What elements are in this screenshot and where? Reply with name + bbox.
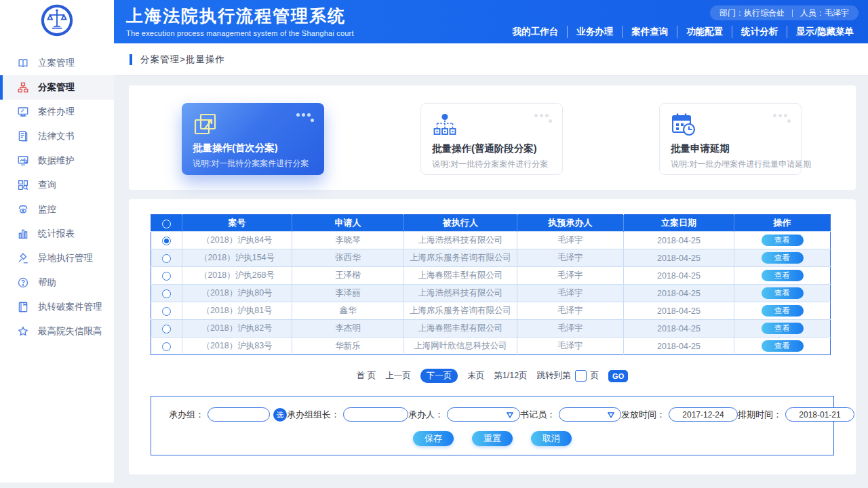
sidebar-item-label: 帮助 xyxy=(38,277,56,289)
sidebar-item-query[interactable]: 查询 xyxy=(0,173,114,197)
sidebar-item-label: 异地执行管理 xyxy=(38,252,93,264)
row-radio[interactable] xyxy=(162,272,171,281)
cell-respondent: 上海席乐服务咨询有限公司 xyxy=(404,249,517,267)
schedule-date-input[interactable] xyxy=(785,407,854,422)
handler-select[interactable] xyxy=(447,407,520,422)
sidebar-item-statistics-report[interactable]: 统计报表 xyxy=(0,222,114,246)
sidebar-item-remote-execution[interactable]: 异地执行管理 xyxy=(0,246,114,270)
select-all-radio[interactable] xyxy=(162,220,171,228)
cell-handler: 毛泽宇 xyxy=(517,249,624,267)
view-button[interactable]: 查看 xyxy=(762,270,804,281)
clerk-select[interactable] xyxy=(559,407,621,422)
handling-group-input[interactable] xyxy=(208,407,270,422)
group-leader-input[interactable] xyxy=(343,407,408,422)
department-label: 部门：执行综合处 xyxy=(719,7,785,19)
cell-handler: 毛泽宇 xyxy=(517,232,624,249)
card-batch-stage-assignment[interactable]: 批量操作(普通阶段分案) 说明:对一批待分案案件进行分案 xyxy=(420,103,563,175)
operation-cards-panel: 批量操作(首次分案) 说明:对一批待分案案件进行分案 xyxy=(129,85,856,190)
first-page-link[interactable]: 首 页 xyxy=(357,370,376,382)
sitemap-icon xyxy=(17,81,29,94)
card-menu-dots[interactable] xyxy=(296,113,315,123)
view-button[interactable]: 查看 xyxy=(762,235,804,246)
nav-item-config[interactable]: 功能配置 xyxy=(677,26,732,38)
app-root: 上海法院执行流程管理系统 The execution process manag… xyxy=(0,0,868,488)
view-button[interactable]: 查看 xyxy=(762,287,804,299)
nav-item-statistics[interactable]: 统计分析 xyxy=(732,26,787,38)
next-page-button[interactable]: 下一页 xyxy=(420,369,458,383)
sidebar-item-data-maintenance[interactable]: 数据维护 xyxy=(0,148,114,173)
view-button[interactable]: 查看 xyxy=(762,323,804,334)
sidebar-item-label: 立案管理 xyxy=(38,57,75,69)
sidebar-item-bankruptcy-transfer[interactable]: 执转破案件管理 xyxy=(0,295,114,319)
row-radio[interactable] xyxy=(162,289,171,298)
prev-page-link[interactable]: 上一页 xyxy=(385,370,411,382)
sidebar-item-supreme-court-dishonest[interactable]: 最高院失信限高 xyxy=(0,319,114,344)
reset-button[interactable]: 重置 xyxy=(472,431,513,446)
table-row: （2018）沪执80号 李泽丽 上海浩然科技有限公司 毛泽宇 2018-04-2… xyxy=(151,285,831,302)
cell-respondent: 上海席乐服务咨询有限公司 xyxy=(404,302,517,320)
card-menu-dots[interactable] xyxy=(773,113,791,123)
cell-handler: 毛泽宇 xyxy=(517,285,624,302)
select-all-column-header[interactable] xyxy=(151,215,182,232)
save-button[interactable]: 保存 xyxy=(413,431,454,446)
top-navigation: 我的工作台 业务办理 案件查询 功能配置 统计分析 显示/隐藏菜单 xyxy=(504,26,863,38)
cell-filing-date: 2018-04-25 xyxy=(624,267,734,285)
cancel-button[interactable]: 取消 xyxy=(531,431,572,446)
cell-case-no: （2018）沪执83号 xyxy=(182,338,292,355)
sidebar-item-monitoring[interactable]: 监控 xyxy=(0,197,114,222)
sidebar-item-label: 执转破案件管理 xyxy=(38,301,102,313)
jump-prefix-label: 跳转到第 xyxy=(537,370,571,382)
view-button[interactable]: 查看 xyxy=(762,252,804,264)
sidebar-item-case-assignment[interactable]: 分案管理 xyxy=(0,75,114,100)
sidebar-item-legal-documents[interactable]: 法律文书 xyxy=(0,124,114,148)
row-radio[interactable] xyxy=(162,307,171,316)
sidebar-item-help[interactable]: 帮助 xyxy=(0,270,114,295)
case-list-panel: 案号 申请人 被执行人 执预承办人 立案日期 操作 （2018）沪执84号 李晓… xyxy=(129,199,856,474)
row-radio[interactable] xyxy=(162,325,171,333)
cell-applicant: 李泽丽 xyxy=(292,285,404,302)
assign-form: 承办组： 选 承办组组长： 承办人： xyxy=(151,396,834,455)
cell-applicant: 张西华 xyxy=(292,249,404,267)
view-button[interactable]: 查看 xyxy=(762,305,804,317)
active-indicator xyxy=(0,75,3,100)
row-radio[interactable] xyxy=(162,237,171,245)
cell-respondent: 上海春熙丰型有限公司 xyxy=(404,320,517,338)
row-radio[interactable] xyxy=(162,254,171,263)
court-emblem-icon xyxy=(39,3,75,41)
nav-item-case-search[interactable]: 案件查询 xyxy=(623,26,677,38)
cell-handler: 毛泽宇 xyxy=(517,320,624,338)
field-handling-group: 承办组： 选 xyxy=(169,407,287,422)
card-title: 批量操作(首次分案) xyxy=(193,142,278,155)
page-jump-input[interactable] xyxy=(575,370,587,382)
sidebar-item-label: 统计报表 xyxy=(38,228,75,240)
column-header-respondent: 被执行人 xyxy=(404,215,517,232)
card-menu-dots[interactable] xyxy=(534,113,553,123)
form-fields-row: 承办组： 选 承办组组长： 承办人： xyxy=(151,407,833,422)
data-chart-icon xyxy=(17,155,29,167)
cell-applicant: 李杰明 xyxy=(292,320,404,338)
card-batch-first-assignment[interactable]: 批量操作(首次分案) 说明:对一批待分案案件进行分案 xyxy=(182,103,324,175)
cell-filing-date: 2018-04-25 xyxy=(624,320,734,338)
view-button[interactable]: 查看 xyxy=(762,340,804,352)
handler-label: 承办人： xyxy=(408,409,443,421)
sidebar-item-label: 查询 xyxy=(38,179,56,191)
sidebar-item-case-filing[interactable]: 立案管理 xyxy=(0,51,114,75)
pick-group-button[interactable]: 选 xyxy=(273,408,287,422)
sidebar-item-label: 案件办理 xyxy=(38,106,75,118)
last-page-link[interactable]: 末页 xyxy=(467,370,484,382)
nav-item-toggle-menu[interactable]: 显示/隐藏菜单 xyxy=(787,26,863,38)
cell-applicant: 李晓琴 xyxy=(292,232,404,249)
app-subtitle: The execution process management system … xyxy=(126,29,354,37)
cell-filing-date: 2018-04-25 xyxy=(624,302,734,320)
cell-applicant: 华新乐 xyxy=(292,338,404,355)
card-batch-delay-request[interactable]: 批量申请延期 说明:对一批办理案件进行批量申请延期 xyxy=(659,103,802,175)
sidebar-item-case-handling[interactable]: 案件办理 xyxy=(0,100,114,124)
go-button[interactable]: GO xyxy=(608,370,628,382)
row-radio[interactable] xyxy=(162,342,171,351)
dropdown-caret-icon xyxy=(608,412,614,418)
star-icon xyxy=(17,325,29,338)
issue-date-input[interactable] xyxy=(669,407,738,422)
nav-item-workbench[interactable]: 我的工作台 xyxy=(504,26,568,38)
bookmark-file-icon xyxy=(17,301,29,313)
nav-item-business[interactable]: 业务办理 xyxy=(568,26,623,38)
